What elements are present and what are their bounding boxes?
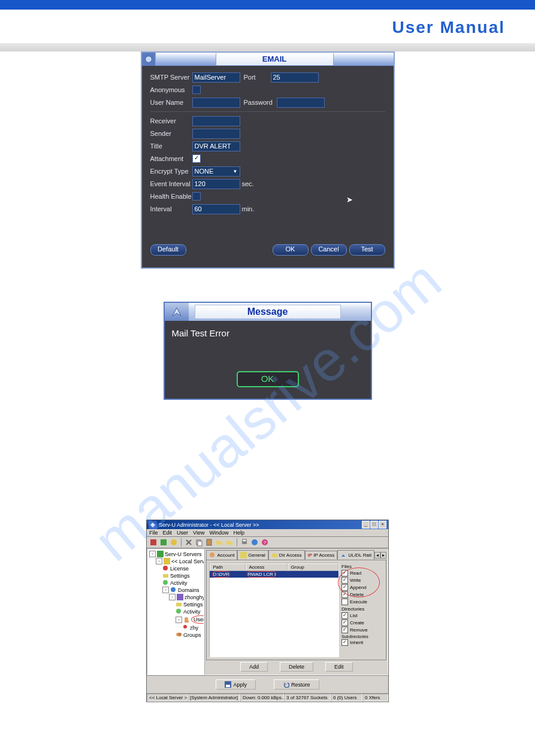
globe-icon[interactable] [250,538,259,546]
add-button[interactable]: Add [240,662,268,672]
menu-user[interactable]: User [177,530,188,536]
maximize-button[interactable]: □ [370,521,378,529]
expand-icon[interactable]: - [156,558,162,564]
list-checkbox[interactable] [341,612,348,619]
tab-ip-access[interactable]: IPIP Access [305,551,338,559]
svg-rect-7 [198,541,202,546]
help-icon[interactable]: ? [261,538,269,546]
port-label: Port [244,74,271,81]
smtp-server-label: SMTP Server [150,74,192,81]
cancel-button[interactable]: Cancel [311,244,347,256]
event-interval-input[interactable] [192,179,240,189]
expand-icon[interactable]: - [176,617,182,623]
expand-icon[interactable]: - [169,594,176,600]
execute-checkbox[interactable] [341,599,348,605]
tab-account[interactable]: Account [206,550,237,560]
delete-button[interactable]: Delete [280,662,313,672]
tree-license[interactable]: License [170,566,189,572]
servu-tree[interactable]: -Serv-U Servers -<< Local Server >> Lice… [147,548,204,675]
tool-icon-2[interactable] [159,538,168,546]
svg-rect-17 [163,574,168,578]
smtp-server-input[interactable] [192,72,240,83]
col-path[interactable]: Path [210,563,246,571]
tree-users[interactable]: Users [191,615,204,624]
perm-append: Append [350,585,367,590]
svg-rect-20 [177,594,183,600]
password-input[interactable] [277,98,325,108]
tab-scroll[interactable]: ◂▸ [374,552,386,558]
remove-checkbox[interactable] [341,627,348,633]
default-button[interactable]: Default [150,244,186,256]
cell-access: RWAD LCR I [247,571,276,578]
edit-button[interactable]: Edit [325,662,353,672]
sender-input[interactable] [192,129,240,139]
ok-button[interactable]: OK [273,244,309,256]
delete-checkbox[interactable] [341,591,348,598]
minimize-button[interactable]: _ [362,521,370,529]
restore-button[interactable]: Restore [274,679,319,690]
username-input[interactable] [192,98,240,108]
copy-icon[interactable] [195,538,203,546]
tree-activity[interactable]: Activity [170,580,188,586]
tool-icon-3[interactable] [170,538,178,546]
expand-icon[interactable]: - [162,587,169,593]
menu-edit[interactable]: Edit [163,530,173,536]
svg-rect-30 [272,554,277,557]
folder2-icon[interactable] [225,538,234,546]
tree-d-settings[interactable]: Settings [183,602,203,608]
tree-groups[interactable]: Groups [183,632,201,638]
servu-bottom-buttons: Apply Restore [147,675,388,693]
title-input[interactable] [192,141,240,151]
message-ok-button[interactable]: OK [237,371,299,387]
cut-icon[interactable] [185,538,193,546]
page-title: User Manual [30,18,505,37]
tree-settings[interactable]: Settings [170,573,190,579]
table-row[interactable]: D:\DVR RWAD LCR I [210,571,338,578]
menu-view[interactable]: View [193,530,204,536]
col-access[interactable]: Access [246,563,288,571]
dir-access-list[interactable]: Path Access Group D:\DVR RWAD LCR I [209,563,339,657]
print-icon[interactable] [240,538,249,546]
apply-button[interactable]: Apply [216,679,256,690]
inherit-checkbox[interactable] [341,639,348,646]
tab-general[interactable]: General [237,550,268,560]
tree-domain1[interactable]: zhonghy [185,594,204,600]
tree-root[interactable]: Serv-U Servers [165,551,202,557]
tree-domains[interactable]: Domains [178,587,200,593]
servu-titlebar[interactable]: Serv-U Administrator - << Local Server >… [147,520,388,529]
svg-rect-4 [161,539,167,545]
interval-input[interactable] [192,204,240,214]
write-checkbox[interactable] [341,577,348,584]
attachment-label: Attachment [150,155,192,162]
username-label: User Name [150,99,192,106]
tab-ul-dl[interactable]: UL/DL Rati [337,550,374,560]
create-checkbox[interactable] [341,620,348,626]
tool-icon-1[interactable] [149,538,158,546]
svg-point-25 [183,625,187,629]
menu-help[interactable]: Help [233,530,244,536]
receiver-input[interactable] [192,116,240,126]
health-enable-checkbox[interactable] [192,192,201,201]
append-checkbox[interactable] [341,584,348,591]
anonymous-checkbox[interactable] [192,86,201,94]
menu-file[interactable]: File [149,530,158,536]
tree-local[interactable]: << Local Server >> [171,558,204,564]
port-input[interactable] [271,72,319,83]
encrypt-type-select[interactable]: NONE ▼ [192,166,240,177]
tree-d-activity[interactable]: Activity [183,609,201,615]
test-button[interactable]: Test [349,244,385,256]
tab-dir-access[interactable]: Dir Access [268,550,305,560]
col-group[interactable]: Group [288,563,338,571]
tree-user1[interactable]: zhy [190,625,198,631]
cell-path: D:\DVR [212,571,229,578]
close-button[interactable]: × [379,521,386,529]
expand-icon[interactable]: - [149,551,156,557]
folder-icon[interactable] [215,538,223,546]
menu-window[interactable]: Window [209,530,228,536]
paste-icon[interactable] [205,538,213,546]
attachment-checkbox[interactable] [192,154,201,163]
receiver-label: Receiver [150,117,192,125]
read-checkbox[interactable] [341,570,348,576]
cell-group [285,571,338,578]
svg-point-16 [163,566,168,570]
